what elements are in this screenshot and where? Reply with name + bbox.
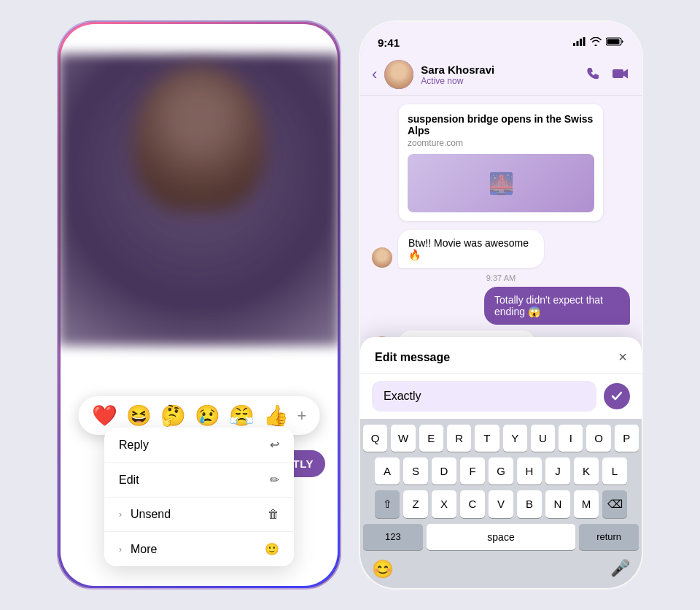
reply-label: Reply [119,439,149,452]
key-y[interactable]: Y [503,425,527,452]
unsend-icon: 🗑 [268,508,279,521]
key-i[interactable]: I [559,425,583,452]
link-preview-url: zoomture.com [408,138,594,148]
message-text-2: Totally didn't expect that ending 😱 [494,294,603,317]
key-v[interactable]: V [489,490,513,518]
right-status-time: 9:41 [378,36,400,49]
video-call-button[interactable] [612,66,630,83]
key-e[interactable]: E [419,425,443,452]
key-o[interactable]: O [586,425,610,452]
key-w[interactable]: W [391,425,415,452]
keyboard-emoji-button[interactable]: 😊 [372,559,394,579]
key-m[interactable]: M [574,490,599,518]
key-n[interactable]: N [545,490,570,518]
back-button[interactable]: ‹ [372,65,377,84]
right-status-bar: 9:41 [360,22,642,54]
key-s[interactable]: S [403,458,428,484]
key-return[interactable]: return [579,524,639,550]
contact-name: Sara Khosravi [421,63,579,76]
right-phone-content: 9:41 ‹ Sara Khosravi Active now [360,22,642,588]
edit-input-row [360,374,642,419]
edit-panel: Edit message × Q W E R T Y U [360,337,642,588]
key-u[interactable]: U [531,425,555,452]
key-g[interactable]: G [489,458,513,484]
right-battery-icon [606,37,624,48]
more-left: › More [119,543,157,556]
edit-submit-button[interactable] [604,383,630,409]
keyboard-row-3: ⇧ Z X C V B N M ⌫ [363,490,639,518]
key-backspace[interactable]: ⌫ [602,490,627,518]
edit-panel-header: Edit message × [360,337,642,374]
reaction-more-icon[interactable]: + [298,406,307,425]
phone-call-button[interactable] [586,66,601,84]
message-bubble-received-1: Btw!! Movie was awesome 🔥 [398,230,544,268]
context-menu-reply[interactable]: Reply ↩ [104,428,294,463]
key-space[interactable]: space [427,524,575,550]
key-x[interactable]: X [432,490,456,518]
right-wifi-icon [590,37,602,48]
more-label: More [131,543,157,556]
message-row-2: Totally didn't expect that ending 😱 [372,287,630,325]
context-menu-more[interactable]: › More 🙂 [104,532,294,566]
key-c[interactable]: C [460,490,485,518]
key-d[interactable]: D [432,458,456,484]
keyboard-row-1: Q W E R T Y U I O P [363,425,639,452]
keyboard-bottom-row: 😊 🎤 [363,556,639,585]
blurred-face [133,66,265,212]
sender-avatar-face-1 [372,247,392,268]
right-status-icons [573,37,624,48]
right-signal-icon [573,37,586,48]
unsend-chevron-icon: › [119,509,122,520]
reaction-heart[interactable]: ❤️ [92,404,117,428]
header-info: Sara Khosravi Active now [421,63,579,86]
contact-status: Active now [421,76,579,86]
svg-rect-3 [281,37,284,46]
svg-rect-12 [612,69,623,78]
avatar-face [384,60,413,89]
key-h[interactable]: H [517,458,542,484]
key-t[interactable]: T [475,425,499,452]
reaction-laugh[interactable]: 😆 [126,404,152,428]
keyboard-mic-button[interactable]: 🎤 [610,559,630,579]
right-phone: 9:41 ‹ Sara Khosravi Active now [359,20,643,590]
keyboard-row-2: A S D F G H J K L [363,458,639,484]
edit-label: Edit [119,474,139,487]
key-b[interactable]: B [517,490,542,518]
context-menu-unsend[interactable]: › Unsend 🗑 [104,498,294,532]
reaction-cry[interactable]: 😢 [195,404,220,428]
reaction-think[interactable]: 🤔 [160,404,186,428]
key-numbers[interactable]: 123 [363,524,423,550]
edit-close-button[interactable]: × [618,349,627,366]
svg-rect-7 [577,41,579,46]
key-r[interactable]: R [447,425,471,452]
key-l[interactable]: L [602,458,627,484]
unsend-label: Unsend [131,508,171,521]
left-phone: 9:41 ❤️ 😆 🤔 😢 😤 👍 + XACTLY Reply ↩ [57,20,341,590]
key-k[interactable]: K [574,458,599,484]
key-p[interactable]: P [615,425,639,452]
link-preview-title: suspension bridge opens in the Swiss Alp… [408,113,594,136]
svg-rect-1 [275,41,277,46]
context-menu-edit[interactable]: Edit ✏ [104,463,294,498]
reaction-thumbsup[interactable]: 👍 [263,404,289,428]
wifi-icon [288,37,300,48]
key-j[interactable]: J [545,458,570,484]
reaction-angry[interactable]: 😤 [229,404,254,428]
reply-icon: ↩ [270,438,279,452]
key-z[interactable]: Z [403,490,428,518]
svg-rect-5 [306,39,318,44]
battery-icon [304,37,322,48]
key-shift[interactable]: ⇧ [375,490,400,518]
header-actions [586,66,630,84]
edit-panel-title: Edit message [375,351,450,364]
message-text-1: Btw!! Movie was awesome 🔥 [408,237,529,260]
unsend-left: › Unsend [119,508,171,521]
svg-rect-6 [573,43,575,46]
left-status-bar: 9:41 [58,22,340,54]
more-chevron-icon: › [119,544,122,555]
sender-avatar-1 [372,247,392,268]
edit-message-input[interactable] [372,381,596,412]
key-f[interactable]: F [460,458,485,484]
key-q[interactable]: Q [363,425,387,452]
key-a[interactable]: A [375,458,400,484]
